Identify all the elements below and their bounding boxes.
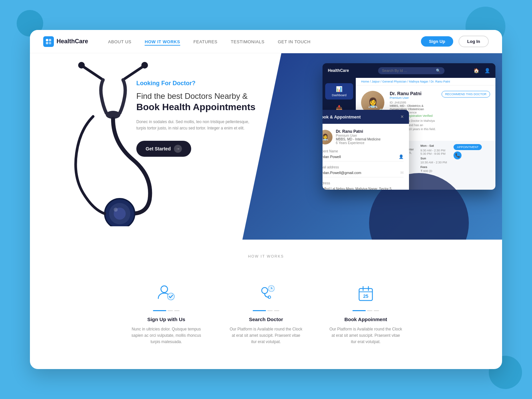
modal-doctor-details: Dr. Ranu Patni Premium User MBBS, MD - I… (336, 129, 381, 145)
logo-text: HealthCare (57, 38, 88, 45)
app-screenshot: HealthCare 🔍 🏠 👤 📊 Dashboard (323, 63, 495, 190)
email-field: Email address Jordan.Powell@gmail.com ✉ (323, 165, 404, 177)
search-feature-desc: Our Platform is Available round the Cloc… (229, 326, 303, 345)
app-navbar: HealthCare 🔍 🏠 👤 (323, 63, 495, 78)
modal-header: Book & Appointment × (323, 110, 409, 124)
feature-signup: Sign Up with Us Nunc in ultricies dolor.… (130, 282, 203, 345)
feature-divider-3 (352, 310, 379, 311)
divider-line-long-2 (253, 310, 266, 311)
hero-text-block: Looking For Doctor? Find the best Doctor… (136, 80, 256, 157)
divider-line-short-4 (274, 310, 279, 311)
svg-point-6 (78, 62, 85, 69)
nav-links: ABOUT US HOW IT WORKS FEATURES TESTIMONI… (108, 39, 421, 45)
doctor-badge: Premium User (390, 96, 436, 100)
book-feature-desc: Our Platform is Available round the Cloc… (329, 326, 402, 345)
divider-line-short-3 (267, 310, 273, 311)
patient-name-field: Patient Name Jordan Powell 👤 (323, 149, 404, 161)
doctor-id: ID: JA61595 (390, 101, 436, 104)
action-buttons: APPOINTMENT 📞 (454, 144, 482, 173)
book-icon-wrap: 25 (354, 282, 377, 305)
call-button[interactable]: 📞 (454, 151, 462, 159)
svg-line-5 (123, 67, 143, 80)
main-card: HealthCare ABOUT US HOW IT WORKS FEATURE… (30, 30, 502, 369)
navbar: HealthCare ABOUT US HOW IT WORKS FEATURE… (30, 30, 502, 53)
patient-name-label: Patient Name (323, 149, 404, 153)
svg-point-16 (262, 288, 268, 294)
feature-divider-2 (253, 310, 279, 311)
svg-rect-0 (46, 39, 48, 41)
modal-close-button[interactable]: × (401, 114, 404, 120)
email-value: Jordan.Powell@gmail.com (323, 171, 361, 175)
signup-button[interactable]: Sign Up (421, 36, 453, 47)
search-icon-wrap (254, 282, 278, 305)
user-icon[interactable]: 👤 (484, 68, 490, 73)
nav-about[interactable]: ABOUT US (108, 39, 131, 44)
nav-get-in-touch[interactable]: GET IN TOUCH (278, 39, 310, 44)
patient-name-row: Jordan Powell 👤 (323, 154, 404, 161)
get-started-button[interactable]: Get Started → (136, 141, 191, 157)
modal-doctor-experience: 6 Years Experience (336, 141, 381, 145)
modal-title: Book & Appointment (323, 114, 361, 119)
search-icon: 🔍 (436, 69, 441, 73)
nav-features[interactable]: FEATURES (194, 39, 217, 44)
divider-line-long-3 (352, 310, 366, 311)
modal-doctor-name: Dr. Ranu Patni (336, 129, 381, 134)
app-search-input[interactable] (382, 69, 434, 73)
signup-feature-title: Sign Up with Us (147, 316, 185, 322)
arrow-icon: → (174, 145, 182, 153)
hero-title-bold: Book Health Appointments (136, 101, 256, 113)
hero-title-thin: Find the best Doctors Nearby & (136, 91, 256, 101)
modal-body: 👩‍⚕️ Dr. Ranu Patni Premium User MBBS, M… (323, 124, 409, 190)
home-icon[interactable]: 🏠 (473, 68, 479, 73)
booking-modal: Book & Appointment × 👩‍⚕️ Dr. Ranu Patni… (323, 110, 409, 190)
app-logo: HealthCare (328, 68, 349, 73)
signup-feature-desc: Nunc in ultricies dolor. Quisque tempus … (130, 326, 203, 345)
features-grid: Sign Up with Us Nunc in ultricies dolor.… (57, 282, 475, 345)
modal-doctor-title: Premium User (336, 134, 381, 137)
address-label: Address (323, 181, 404, 185)
book-feature-title: Book Appoinment (344, 316, 387, 322)
signup-icon-wrap (155, 282, 178, 305)
svg-line-4 (83, 67, 103, 80)
email-row: Jordan.Powell@gmail.com ✉ (323, 170, 404, 177)
hero-description: Donec in sodales dui. Sed mollis, leo no… (136, 119, 256, 131)
doctor-name: Dr. Ranu Patni (390, 91, 436, 96)
book-appointment-button[interactable]: APPOINTMENT (454, 144, 482, 150)
hero-subtitle: Looking For Doctor? (136, 80, 256, 87)
divider-line-long (153, 310, 166, 311)
hero-section: Looking For Doctor? Find the best Doctor… (30, 53, 502, 240)
section-tag: HOW IT WORKS (248, 254, 284, 258)
modal-doctor-credentials: MBBS, MD - Internal Medicine (336, 137, 381, 141)
person-icon: 👤 (399, 154, 404, 159)
feature-book: 25 Book Appoinment Our Platform is Avail… (329, 282, 402, 345)
email-label: Email address (323, 165, 404, 169)
nav-testimonials[interactable]: TESTIMONIALS (231, 39, 264, 44)
feature-search: Search Doctor Our Platform is Available … (229, 282, 303, 345)
search-feature-title: Search Doctor (249, 316, 283, 322)
recommend-button[interactable]: RECOMMEND THIS DOCTOR (442, 91, 490, 98)
login-button[interactable]: Log In (459, 36, 489, 47)
svg-rect-3 (49, 42, 51, 44)
logo-icon (43, 36, 54, 47)
feature-divider-1 (153, 310, 180, 311)
logo[interactable]: HealthCare (43, 36, 88, 47)
svg-point-13 (161, 286, 168, 293)
nav-how-it-works[interactable]: HOW IT WORKS (145, 39, 180, 46)
email-icon: ✉ (400, 170, 404, 175)
divider-line-short-5 (367, 310, 372, 311)
divider-line-short-2 (174, 310, 180, 311)
schedule-times: Mon - Sat 9:30 AM - 2:30 PM 5:30 PM - 9:… (421, 144, 447, 173)
divider-line-short (168, 310, 173, 311)
modal-doctor-avatar: 👩‍⚕️ (323, 130, 332, 144)
patient-name-value: Jordan Powell (323, 155, 341, 159)
svg-rect-1 (49, 39, 51, 41)
sidebar-dashboard[interactable]: 📊 Dashboard (325, 83, 353, 100)
app-search-bar[interactable]: 🔍 (378, 67, 445, 74)
svg-point-12 (114, 208, 118, 212)
app-breadcrumb: Home / Jaipur / General Physician / Mali… (356, 78, 495, 86)
divider-line-short-6 (374, 310, 379, 311)
how-it-works-section: HOW IT WORKS (30, 240, 502, 359)
svg-text:25: 25 (363, 294, 368, 299)
nav-actions: Sign Up Log In (421, 36, 489, 47)
svg-rect-2 (46, 42, 48, 44)
